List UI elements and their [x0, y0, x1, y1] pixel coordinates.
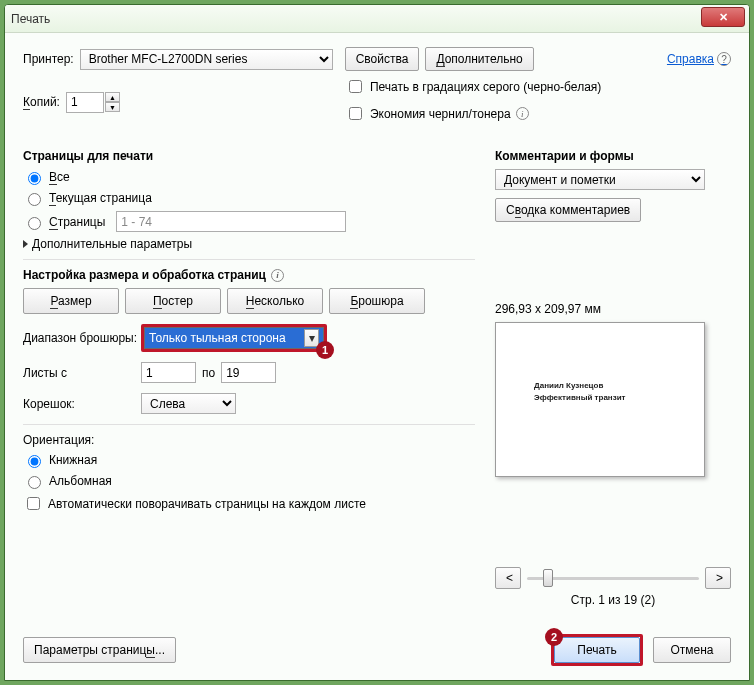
info-icon: i: [516, 107, 529, 120]
titlebar: Печать ✕: [5, 5, 749, 33]
annotation-badge-1: 1: [316, 341, 334, 359]
page-indicator: Стр. 1 из 19 (2): [495, 593, 731, 607]
tab-poster[interactable]: Постер: [125, 288, 221, 314]
portrait-radio[interactable]: [28, 455, 41, 468]
grayscale-checkbox[interactable]: [349, 80, 362, 93]
more-params-toggle[interactable]: Дополнительные параметры: [23, 237, 475, 251]
print-preview: Даниил Кузнецов Эффективный транзит: [495, 322, 705, 477]
help-icon: ?: [717, 52, 731, 66]
portrait-label: Книжная: [49, 453, 97, 467]
autorotate-label: Автоматически поворачивать страницы на к…: [48, 497, 366, 511]
pages-all-label: Все: [49, 170, 70, 184]
landscape-radio[interactable]: [28, 476, 41, 489]
preview-dims: 296,93 x 209,97 мм: [495, 302, 731, 316]
booklet-range-label: Диапазон брошюры:: [23, 331, 141, 345]
more-params-label: Дополнительные параметры: [32, 237, 192, 251]
preview-next-button[interactable]: >: [705, 567, 731, 589]
help-link[interactable]: Справка ?: [667, 52, 731, 66]
copies-up[interactable]: ▲: [105, 92, 120, 102]
booklet-range-select[interactable]: Только тыльная сторона ▾: [144, 327, 324, 349]
pages-range-label: Страницы: [49, 215, 105, 229]
grayscale-label: Печать в градациях серого (черно-белая): [370, 80, 601, 94]
pages-title: Страницы для печати: [23, 149, 475, 163]
properties-button[interactable]: Свойства: [345, 47, 420, 71]
print-button[interactable]: Печать: [554, 637, 640, 663]
landscape-label: Альбомная: [49, 474, 112, 488]
tab-multi[interactable]: Несколько: [227, 288, 323, 314]
sheets-label: Листы с: [23, 366, 141, 380]
ink-checkbox[interactable]: [349, 107, 362, 120]
sizing-title: Настройка размера и обработка страниц i: [23, 268, 475, 282]
chevron-right-icon: [23, 240, 28, 248]
zoom-slider[interactable]: [527, 567, 699, 589]
pages-current-label: Текущая страница: [49, 191, 152, 205]
preview-text-1: Даниил Кузнецов: [534, 381, 603, 390]
sheets-to-label: по: [202, 366, 215, 380]
autorotate-checkbox[interactable]: [27, 497, 40, 510]
annotation-badge-2: 2: [545, 628, 563, 646]
close-button[interactable]: ✕: [701, 7, 745, 27]
pages-range-radio[interactable]: [28, 217, 41, 230]
slider-thumb[interactable]: [543, 569, 553, 587]
preview-prev-button[interactable]: <: [495, 567, 521, 589]
printer-label: Принтер:: [23, 52, 74, 66]
window-title: Печать: [11, 12, 50, 26]
page-setup-button[interactable]: Параметры страницы...: [23, 637, 176, 663]
spine-select[interactable]: Слева: [141, 393, 236, 414]
preview-text-2: Эффективный транзит: [534, 393, 626, 402]
advanced-button[interactable]: Дополнительно: [425, 47, 533, 71]
sheets-from-input[interactable]: [141, 362, 196, 383]
info-icon: i: [271, 269, 284, 282]
pages-all-radio[interactable]: [28, 172, 41, 185]
spine-label: Корешок:: [23, 397, 141, 411]
copies-down[interactable]: ▼: [105, 102, 120, 112]
cancel-button[interactable]: Отмена: [653, 637, 731, 663]
pages-current-radio[interactable]: [28, 193, 41, 206]
orientation-label: Ориентация:: [23, 433, 475, 447]
sheets-to-input[interactable]: [221, 362, 276, 383]
tab-size[interactable]: Размер: [23, 288, 119, 314]
ink-label: Экономия чернил/тонера: [370, 107, 511, 121]
comments-select[interactable]: Документ и пометки: [495, 169, 705, 190]
comments-title: Комментарии и формы: [495, 149, 731, 163]
tab-booklet[interactable]: Брошюра: [329, 288, 425, 314]
copies-label: Копий:: [23, 95, 60, 109]
printer-select[interactable]: Brother MFC-L2700DN series: [80, 49, 333, 70]
comments-summary-button[interactable]: Сводка комментариев: [495, 198, 641, 222]
copies-input[interactable]: [66, 92, 104, 113]
pages-range-input[interactable]: [116, 211, 346, 232]
